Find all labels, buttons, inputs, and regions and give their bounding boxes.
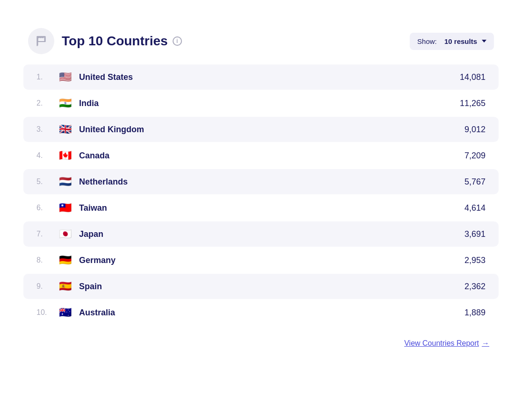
countries-table: 1. 🇺🇸 United States 14,081 2. 🇮🇳 India 1… bbox=[19, 64, 503, 325]
table-row: 5. 🇳🇱 Netherlands 5,767 bbox=[23, 169, 499, 194]
view-countries-report-button[interactable]: View Countries Report → bbox=[404, 339, 489, 348]
page-title: Top 10 Countries bbox=[62, 34, 168, 49]
flag-emoji: 🇪🇸 bbox=[59, 281, 72, 292]
flag-emoji: 🇺🇸 bbox=[59, 72, 72, 82]
rank: 2. bbox=[36, 99, 59, 107]
count: 5,767 bbox=[464, 177, 486, 187]
rank: 1. bbox=[36, 73, 59, 81]
card-header: Top 10 Countries i Show: 10 results bbox=[19, 28, 503, 64]
country-name: Australia bbox=[79, 308, 464, 318]
flag-emoji: 🇯🇵 bbox=[59, 229, 72, 239]
rank: 8. bbox=[36, 256, 59, 264]
count: 9,012 bbox=[464, 125, 486, 135]
country-name: Netherlands bbox=[79, 177, 464, 187]
count: 2,362 bbox=[464, 282, 486, 292]
table-row: 1. 🇺🇸 United States 14,081 bbox=[23, 64, 499, 90]
country-name: Taiwan bbox=[79, 203, 464, 213]
show-value: 10 results bbox=[444, 37, 477, 45]
rank: 9. bbox=[36, 282, 59, 291]
header-left: Top 10 Countries i bbox=[28, 28, 182, 54]
arrow-right-icon: → bbox=[482, 339, 489, 348]
flag-emoji: 🇹🇼 bbox=[59, 203, 72, 213]
count: 14,081 bbox=[460, 72, 486, 82]
count: 2,953 bbox=[464, 256, 486, 265]
flag-emoji: 🇩🇪 bbox=[59, 255, 72, 265]
show-label: Show: bbox=[417, 37, 437, 45]
view-report-label: View Countries Report bbox=[404, 339, 479, 348]
rank: 10. bbox=[36, 308, 59, 317]
title-group: Top 10 Countries i bbox=[62, 34, 182, 49]
rank: 6. bbox=[36, 204, 59, 212]
flag-emoji: 🇳🇱 bbox=[59, 177, 72, 187]
country-name: India bbox=[79, 99, 460, 108]
country-name: Germany bbox=[79, 256, 464, 265]
country-name: United Kingdom bbox=[79, 125, 464, 135]
flag-emoji: 🇦🇺 bbox=[59, 307, 72, 318]
table-row: 4. 🇨🇦 Canada 7,209 bbox=[23, 143, 499, 168]
top-countries-card: Top 10 Countries i Show: 10 results 1. 🇺… bbox=[19, 14, 503, 362]
table-row: 10. 🇦🇺 Australia 1,889 bbox=[23, 300, 499, 325]
flag-emoji: 🇬🇧 bbox=[59, 124, 72, 135]
count: 7,209 bbox=[464, 151, 486, 161]
card-footer: View Countries Report → bbox=[19, 330, 503, 348]
flag-emoji: 🇮🇳 bbox=[59, 98, 72, 108]
rank: 7. bbox=[36, 230, 59, 238]
table-row: 7. 🇯🇵 Japan 3,691 bbox=[23, 221, 499, 247]
table-row: 3. 🇬🇧 United Kingdom 9,012 bbox=[23, 117, 499, 142]
flag-icon-container bbox=[28, 28, 54, 54]
flag-emoji: 🇨🇦 bbox=[59, 150, 72, 161]
country-name: Spain bbox=[79, 282, 464, 292]
rank: 5. bbox=[36, 178, 59, 186]
chevron-down-icon bbox=[482, 40, 486, 43]
show-results-dropdown[interactable]: Show: 10 results bbox=[410, 33, 494, 50]
count: 4,614 bbox=[464, 203, 486, 213]
table-row: 9. 🇪🇸 Spain 2,362 bbox=[23, 274, 499, 299]
country-name: Canada bbox=[79, 151, 464, 161]
info-icon[interactable]: i bbox=[173, 36, 182, 46]
count: 11,265 bbox=[460, 99, 486, 108]
table-row: 6. 🇹🇼 Taiwan 4,614 bbox=[23, 195, 499, 221]
table-row: 8. 🇩🇪 Germany 2,953 bbox=[23, 248, 499, 273]
flag-icon bbox=[35, 35, 47, 47]
table-row: 2. 🇮🇳 India 11,265 bbox=[23, 91, 499, 116]
count: 1,889 bbox=[464, 308, 486, 318]
country-name: Japan bbox=[79, 229, 464, 239]
rank: 4. bbox=[36, 151, 59, 160]
rank: 3. bbox=[36, 125, 59, 134]
count: 3,691 bbox=[464, 229, 486, 239]
country-name: United States bbox=[79, 72, 460, 82]
